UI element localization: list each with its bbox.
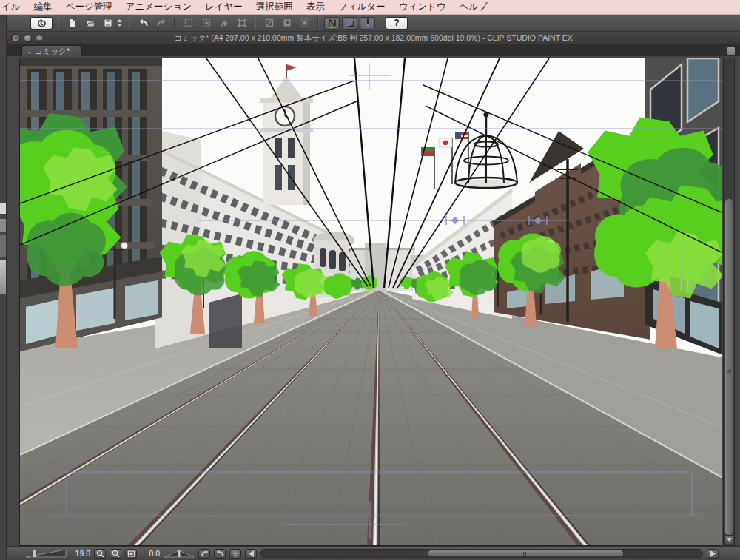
arrow-down-icon [727,538,732,542]
transform-button[interactable] [234,17,249,30]
canvas-navigation-bar: 19.0 [7,546,740,560]
clip-studio-paint-screen: イル 編集 ページ管理 アニメーション レイヤー 選択範囲 表示 フィルター ウ… [0,0,740,560]
palette-fragment [0,203,6,214]
undo-icon [138,18,149,28]
menu-view[interactable]: 表示 [300,1,332,13]
zoom-out-button[interactable] [94,549,106,559]
crop-button[interactable] [297,17,312,30]
vertical-scrollbar-thumb[interactable] [725,199,733,536]
horizontal-scrollbar[interactable] [260,549,703,558]
deselect-button[interactable] [181,17,196,30]
help-icon: ? [394,18,399,27]
menu-page-management[interactable]: ページ管理 [59,1,119,13]
scroll-left-button[interactable] [245,549,257,559]
help-button[interactable]: ? [386,17,408,30]
rotate-right-icon [216,550,224,558]
deselect-icon [184,18,194,28]
palette-fragment [0,260,6,294]
open-file-button[interactable] [82,17,98,30]
snap-ruler-icon [327,18,337,28]
undo-button[interactable] [135,17,151,30]
redo-button[interactable] [153,17,169,30]
move-selection-button[interactable] [198,17,214,30]
fit-to-screen-icon [127,550,135,558]
clip-studio-home-button[interactable] [30,17,53,30]
zoom-out-icon [96,550,104,558]
background-palette-edge [0,15,6,560]
menu-bar: イル 編集 ページ管理 アニメーション レイヤー 選択範囲 表示 フィルター ウ… [0,0,740,15]
spinner-up-icon [117,19,122,22]
minimize-window-button[interactable]: − [24,34,32,42]
canvas-frame [7,56,740,546]
save-icon [103,18,113,28]
scroll-down-button[interactable] [724,535,733,544]
toolbar-separator [255,18,256,29]
new-file-button[interactable] [64,17,80,30]
menu-selection[interactable]: 選択範囲 [249,1,300,13]
save-format-spinner[interactable] [117,19,122,27]
scrollbar-grip [727,368,731,373]
crop-icon [300,18,310,28]
transform-icon [237,18,247,28]
rotate-left-button[interactable] [198,549,210,559]
menu-window[interactable]: ウィンドウ [392,1,453,13]
menu-layer[interactable]: レイヤー [198,1,249,13]
fill-bucket-icon [219,18,229,28]
canvas-viewport[interactable] [19,58,722,546]
window-title: コミック* (A4 297.00 x 210.00mm 製本サイズ:B5 判 2… [174,33,573,44]
tab-overflow-button[interactable] [727,47,736,55]
fit-to-screen-button[interactable] [125,549,137,559]
save-file-button[interactable] [100,17,115,30]
spinner-down-icon [117,24,122,27]
zoom-slider[interactable] [26,549,67,558]
move-selection-icon [201,18,212,28]
close-window-button[interactable]: ✕ [12,34,20,42]
clear-outside-button[interactable] [279,17,295,30]
window-controls: ✕ − ▢ [12,34,44,42]
menu-edit[interactable]: 編集 [27,1,59,13]
menu-file[interactable]: イル [0,1,27,13]
open-folder-icon [85,18,95,28]
arrow-left-icon [249,550,254,557]
document-window: ? ✕ − ▢ コミック* (A4 297.00 x 210.00mm 製本サイ… [6,15,740,560]
toolbar-separator [58,18,59,29]
snap-to-ruler-button[interactable] [324,17,340,30]
document-tab-label: コミック* [35,47,70,57]
rotate-left-icon [201,550,209,558]
toolbar-separator [129,18,130,29]
zoom-window-button[interactable]: ▢ [36,34,44,42]
clear-outside-icon [282,18,292,28]
snap-to-grid-button[interactable] [360,17,375,30]
window-title-bar: ✕ − ▢ コミック* (A4 297.00 x 210.00mm 製本サイズ:… [7,32,740,45]
menu-filter[interactable]: フィルター [332,1,392,13]
canvas-3d-scene[interactable] [20,58,722,545]
zoom-value: 19.0 [71,549,90,558]
scroll-right-button[interactable] [707,549,719,559]
horizontal-scrollbar-thumb[interactable] [428,550,622,556]
command-bar: ? [7,15,740,32]
vertical-scrollbar[interactable] [723,58,735,546]
snap-grid-icon [363,18,373,28]
rotation-slider-handle [178,550,181,557]
reset-rotation-button[interactable] [229,549,241,559]
arrow-right-icon [710,550,716,557]
palette-fragment [0,235,6,257]
reset-rotation-icon [232,550,240,558]
snap-to-special-ruler-button[interactable] [342,17,357,30]
clear-icon [264,18,275,28]
menu-help[interactable]: ヘルプ [452,1,494,13]
toolbar-separator [317,18,319,29]
rotation-slider[interactable] [164,549,195,558]
fill-button[interactable] [216,17,232,30]
palette-fragment [0,219,6,232]
zoom-in-button[interactable] [110,549,121,559]
menu-animation[interactable]: アニメーション [119,1,198,13]
redo-icon [156,18,166,28]
toolbar-separator [174,18,175,29]
snap-special-ruler-icon [345,18,355,28]
rotate-right-button[interactable] [214,549,226,559]
zoom-in-icon [112,550,120,558]
clear-button[interactable] [261,17,277,30]
modified-dot: ● [28,50,31,55]
new-file-icon [67,18,78,28]
